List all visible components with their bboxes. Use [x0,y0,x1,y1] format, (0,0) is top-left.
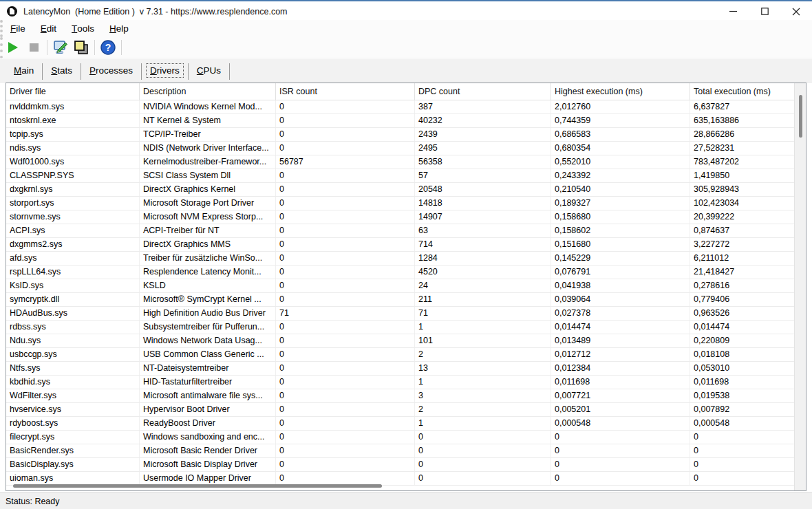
table-row[interactable]: ACPI.sysACPI-Treiber für NT0630,1586020,… [6,224,794,238]
table-row[interactable]: dxgmms2.sysDirectX Graphics MMS07140,151… [6,238,794,252]
cell: TCP/IP-Treiber [140,128,276,141]
table-row[interactable]: filecrypt.sysWindows sandboxing and enc.… [6,431,794,444]
table-row[interactable]: hvservice.sysHypervisor Boot Driver020,0… [6,403,794,417]
cell: 0 [551,431,690,444]
column-header-driver-file[interactable]: Driver file [6,83,140,100]
table-row[interactable]: tcpip.sysTCP/IP-Treiber024390,68658328,8… [6,128,794,142]
cell: NT-Dateisystemtreiber [140,362,276,375]
vertical-scrollbar[interactable] [794,83,806,490]
minimize-button[interactable] [717,3,749,20]
table-row[interactable]: Wdf01000.sysKernelmodustreiber-Framewor.… [6,155,794,169]
tab-separator [81,63,81,80]
cell: 3 [415,389,551,402]
cell: 0,053010 [690,362,794,375]
tab-main[interactable]: Main [10,63,38,78]
table-row[interactable]: ntoskrnl.exeNT Kernel & System0402320,74… [6,114,794,128]
menu-help[interactable]: Help [102,20,136,37]
tab-separator [42,63,43,80]
cell: 0,874637 [690,224,794,237]
cell: 387 [415,100,551,113]
cell: filecrypt.sys [6,431,140,444]
column-header-description[interactable]: Description [140,83,276,100]
cell: 0,151680 [551,238,690,251]
table-row[interactable]: CLASSPNP.SYSSCSI Class System Dll0570,24… [6,169,794,183]
close-icon [792,8,800,16]
copy-report-button[interactable] [71,39,92,56]
monitor-tool-icon [52,39,69,56]
table-row[interactable]: rdyboost.sysReadyBoost Driver010,0005480… [6,417,794,431]
cell: 0 [276,252,415,265]
window-title: LatencyMon (Home Edition ) v 7.31 - http… [23,7,288,17]
cell: 0,012384 [551,362,690,375]
cell: DirectX Graphics MMS [140,238,276,251]
table-header: Driver fileDescriptionISR countDPC count… [6,83,794,100]
table-row[interactable]: ndis.sysNDIS (Network Driver Interface..… [6,142,794,155]
table-row[interactable]: kbdhid.sysHID-Tastaturfiltertreiber010,0… [6,376,794,389]
cell: 0,552010 [551,155,690,169]
cell: HID-Tastaturfiltertreiber [140,376,276,389]
cell: Resplendence Latency Monit... [140,266,276,279]
table-row[interactable]: WdFilter.sysMicrosoft antimalware file s… [6,389,794,403]
vertical-scrollbar-thumb[interactable] [799,95,802,138]
table-row[interactable]: Ntfs.sysNT-Dateisystemtreiber0130,012384… [6,362,794,376]
table-row[interactable]: rspLLL64.sysResplendence Latency Monit..… [6,266,794,279]
horizontal-scrollbar[interactable] [8,484,793,489]
table-row[interactable]: stornvme.sysMicrosoft NVM Express Storp.… [6,210,794,224]
tab-stats[interactable]: Stats [47,63,76,78]
cell: 0 [276,389,415,402]
column-header-isr-count[interactable]: ISR count [276,83,415,100]
tab-processes[interactable]: Processes [85,63,137,78]
toolbar: ? [0,37,812,58]
cell: 71 [415,307,551,320]
table-row[interactable]: KsID.sysKSLD0240,0419380,278616 [6,279,794,293]
table-row[interactable]: afd.sysTreiber für zusätzliche WinSo...0… [6,252,794,266]
options-button[interactable] [50,39,71,56]
menu-file[interactable]: File [3,20,33,37]
table-row[interactable]: dxgkrnl.sysDirectX Graphics Kernel020548… [6,183,794,197]
cell: WdFilter.sys [6,389,140,402]
maximize-button[interactable] [749,3,780,20]
cell: Ndu.sys [6,334,140,347]
cell: 0,158680 [551,210,690,224]
window-controls [717,3,812,20]
tab-cpus[interactable]: CPUs [193,63,225,78]
menu-tools[interactable]: Tools [64,20,102,37]
cell: rdyboost.sys [6,417,140,430]
table-row[interactable]: nvlddmkm.sysNVIDIA Windows Kernel Mod...… [6,100,794,114]
stop-monitor-button[interactable] [23,39,44,56]
table-row[interactable]: usbccgp.sysUSB Common Class Generic ...0… [6,348,794,362]
cell: 0 [276,321,415,334]
cell: 6,637827 [690,100,794,113]
tab-drivers[interactable]: Drivers [146,63,184,78]
cell: BasicRender.sys [6,444,140,457]
table-row[interactable]: Ndu.sysWindows Network Data Usag...01010… [6,334,794,348]
cell: 0,000548 [551,417,690,430]
table-row[interactable]: HDAudBus.sysHigh Definition Audio Bus Dr… [6,307,794,321]
menu-edit[interactable]: Edit [33,20,64,37]
table-row[interactable]: BasicRender.sysMicrosoft Basic Render Dr… [6,444,794,458]
table-row[interactable]: storport.sysMicrosoft Storage Port Drive… [6,197,794,210]
table-row[interactable]: symcryptk.dllMicrosoft® SymCrypt Kernel … [6,293,794,307]
cell: 0 [276,183,415,196]
column-header-total-execution-ms[interactable]: Total execution (ms) [690,83,794,100]
tab-separator [229,63,230,80]
tab-separator [188,63,189,80]
close-button[interactable] [780,3,812,20]
column-header-highest-execution-ms[interactable]: Highest execution (ms) [551,83,690,100]
help-button[interactable]: ? [98,39,118,56]
cell: 14818 [415,197,551,210]
table-row[interactable]: rdbss.sysSubsystemtreiber für Pufferun..… [6,321,794,334]
cell: 102,423034 [690,197,794,210]
cell: 0 [415,431,551,444]
tab-strip: MainStatsProcessesDriversCPUs [0,59,812,83]
column-header-dpc-count[interactable]: DPC count [415,83,551,100]
cell: ntoskrnl.exe [6,114,140,127]
start-monitor-button[interactable] [3,39,23,56]
cell: 0 [276,238,415,251]
cell: 0 [690,431,794,444]
table-row[interactable]: BasicDisplay.sysMicrosoft Basic Display … [6,458,794,472]
cell: 635,163886 [690,114,794,127]
cell: 0 [276,100,415,113]
horizontal-scrollbar-thumb[interactable] [13,484,382,488]
cell: 1 [415,321,551,334]
